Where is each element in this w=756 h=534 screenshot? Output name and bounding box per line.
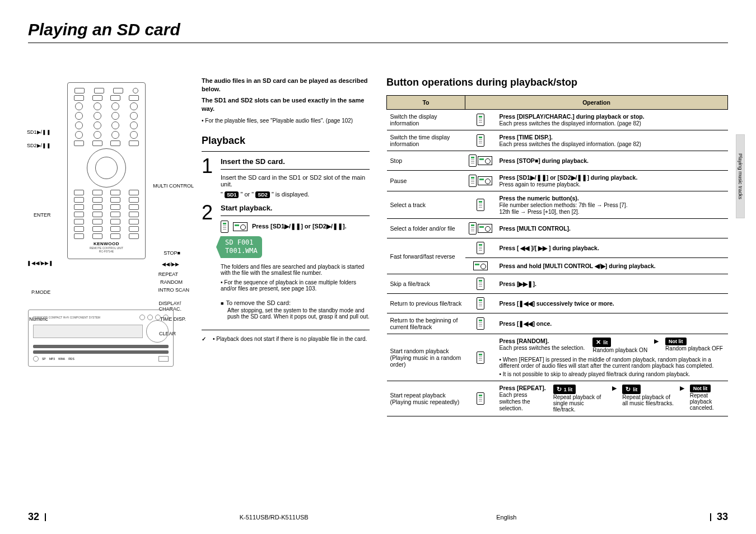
remote-icon <box>477 278 484 290</box>
remote-icon <box>469 222 477 235</box>
step-1-title: Insert the SD card. <box>221 157 370 166</box>
intro-line2: The SD1 and SD2 slots can be used exactl… <box>202 97 364 112</box>
page-right: 33 <box>717 511 728 523</box>
step-2-after2: For the sequence of playback in case mul… <box>221 279 356 292</box>
unit-icon <box>473 261 488 270</box>
remote-brand: KENWOOD <box>70 241 143 246</box>
th-to: To <box>387 96 465 110</box>
lcd-line1: SD F001 <box>225 238 258 247</box>
step-1-number: 1 <box>202 157 215 198</box>
remote-brand-sub: REMOTE CONTROL UNIT RC-F0714E <box>70 246 143 253</box>
step1-quote-a: " <box>221 191 225 198</box>
label-rewff: ◀◀/▶▶ <box>162 261 179 267</box>
sd1-badge: SD1 <box>225 191 239 198</box>
remote-diagram: SD1▶/❚❚ SD2▶/❚❚ ENTER ❚◀◀/▶▶❚ P.MODE Num… <box>28 82 185 259</box>
remote-icon <box>477 199 484 211</box>
footer: 32 K-511USB/RD-K511USB English 33 <box>0 507 756 534</box>
remote-icon <box>477 242 484 254</box>
title-rule <box>28 43 728 43</box>
unit-icon <box>478 176 492 185</box>
label-repeat: REPEAT <box>158 271 178 277</box>
remote-icon <box>477 297 484 310</box>
label-pmode: P.MODE <box>31 289 50 295</box>
page-title: Playing an SD card <box>28 20 728 39</box>
playback-heading: Playback <box>202 135 370 147</box>
remote-icon <box>469 175 477 187</box>
remote-icon <box>221 221 228 233</box>
label-stop: STOP■ <box>164 250 180 256</box>
step-2-number: 2 <box>202 204 215 320</box>
remote-icon <box>477 352 484 364</box>
step-1-body: Insert the SD card in the SD1 or SD2 slo… <box>221 174 370 188</box>
label-sd2: SD2▶/❚❚ <box>27 143 51 148</box>
intro-line1: The audio files in an SD card can be pla… <box>202 77 367 92</box>
step-2-after1: The folders and files are searched and p… <box>221 264 370 276</box>
loop-icon <box>557 386 562 393</box>
main-unit-diagram: KENWOOD COMPACT Hi-Fi COMPONENT SYSTEM S… <box>28 310 174 367</box>
label-sd1: SD1▶/❚❚ <box>27 129 51 135</box>
remote-icon <box>477 317 484 330</box>
label-random: RANDOM <box>160 279 183 285</box>
side-tab: Playing music tracks <box>736 134 745 218</box>
button-ops-heading: Button operations during playback/stop <box>386 77 728 88</box>
sd2-badge: SD2 <box>255 191 270 198</box>
label-multi: MULTI CONTROL <box>153 183 194 189</box>
check-icon <box>202 336 208 342</box>
remote-icon <box>477 114 484 126</box>
intro-line3: For the playable files, see "Playable au… <box>205 118 353 124</box>
page-left: 32 <box>28 511 39 523</box>
label-enter: ENTER <box>34 212 51 218</box>
th-op: Operation <box>465 96 728 110</box>
step-2-title: Start playback. <box>221 204 370 212</box>
label-intro: INTRO SCAN <box>158 287 189 293</box>
remove-body: After stopping, set the system to the st… <box>221 307 370 320</box>
lcd-line2: T001.WMA <box>225 247 258 256</box>
remote-icon <box>477 134 484 147</box>
footer-model: K-511USB/RD-K511USB <box>240 514 309 521</box>
remove-heading: To remove the SD card: <box>226 299 291 306</box>
remote-icon <box>469 154 477 167</box>
lcd-display: SD F001 T001.WMA <box>221 236 262 258</box>
remote-icon <box>477 392 484 405</box>
label-skip: ❚◀◀/▶▶❚ <box>27 260 53 266</box>
step1-quote-c: " is displayed. <box>270 191 310 198</box>
shuffle-icon <box>596 339 601 346</box>
unit-icon <box>478 156 492 165</box>
step1-quote-b: " or " <box>239 191 255 198</box>
unit-icon <box>478 224 492 233</box>
unit-icon <box>233 222 248 231</box>
footer-lang: English <box>496 514 516 521</box>
operations-table: To Operation Switch the display informat… <box>386 95 728 416</box>
check-note: Playback does not start if there is no p… <box>216 336 367 342</box>
step-2-press: Press [SD1▶/❚❚] or [SD2▶/❚❚]. <box>252 223 347 230</box>
loop-icon <box>626 386 631 393</box>
